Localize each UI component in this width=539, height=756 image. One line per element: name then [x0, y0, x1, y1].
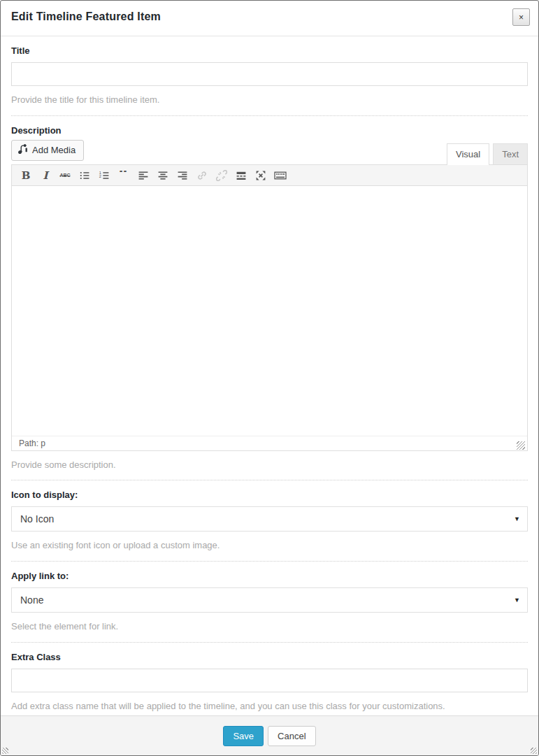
blockquote-icon[interactable]: “ [114, 166, 134, 184]
editor-mode-tabs: Visual Text [443, 143, 528, 164]
edit-timeline-featured-item-dialog: Edit Timeline Featured Item × Title Prov… [0, 0, 539, 756]
link-label: Apply link to: [11, 571, 528, 581]
dialog-title: Edit Timeline Featured Item [11, 10, 161, 22]
add-media-label: Add Media [32, 145, 76, 155]
title-label: Title [11, 45, 528, 56]
unlink-icon[interactable] [212, 166, 231, 184]
extra-class-help-text: Add extra class name that will be applie… [11, 701, 528, 711]
close-icon: × [519, 13, 524, 22]
tab-visual[interactable]: Visual [447, 143, 489, 165]
title-input[interactable] [11, 62, 528, 86]
toolbar-toggle-icon[interactable] [271, 166, 290, 184]
editor-statusbar: Path: p [12, 436, 527, 450]
cancel-button[interactable]: Cancel [268, 726, 315, 746]
svg-text:2: 2 [99, 174, 101, 178]
dialog-resize-grip-left[interactable] [2, 748, 8, 754]
title-help-text: Provide the title for this timeline item… [11, 94, 528, 105]
tab-text[interactable]: Text [493, 143, 528, 164]
fullscreen-icon[interactable] [251, 166, 271, 184]
media-note-icon [18, 144, 28, 156]
align-right-icon[interactable] [173, 166, 192, 184]
description-section: Description Add Media Visual [11, 116, 528, 480]
icon-select[interactable]: No Icon ▼ [11, 506, 528, 532]
link-select-value: None [20, 594, 43, 606]
editor-toolbar: B I ABC 1 2 [12, 165, 527, 186]
extra-class-input[interactable] [11, 669, 528, 692]
link-section: Apply link to: None ▼ Select the element… [11, 562, 528, 643]
strikethrough-icon[interactable]: ABC [55, 166, 75, 184]
align-center-icon[interactable] [153, 166, 173, 184]
link-select[interactable]: None ▼ [11, 587, 528, 613]
extra-class-section: Extra Class Add extra class name that wi… [11, 643, 528, 715]
extra-class-label: Extra Class [11, 652, 528, 662]
icon-help-text: Use an existing font icon or upload a cu… [11, 540, 528, 550]
add-media-button[interactable]: Add Media [11, 140, 84, 161]
visual-editor: B I ABC 1 2 [11, 164, 528, 451]
chevron-down-icon: ▼ [514, 597, 520, 604]
dialog-body: Title Provide the title for this timelin… [1, 36, 538, 715]
dialog-footer: Save Cancel [1, 715, 538, 755]
more-tag-icon[interactable] [231, 166, 251, 184]
numbered-list-icon[interactable]: 1 2 [94, 166, 114, 184]
dialog-resize-grip-right[interactable] [531, 748, 537, 754]
italic-icon[interactable]: I [36, 166, 55, 184]
bulleted-list-icon[interactable] [75, 166, 94, 184]
chevron-down-icon: ▼ [514, 515, 520, 522]
description-help-text: Provide some description. [11, 459, 528, 470]
save-button[interactable]: Save [223, 726, 264, 746]
description-label: Description [11, 125, 528, 136]
editor-path-status: Path: p [19, 438, 45, 448]
close-button[interactable]: × [512, 8, 530, 26]
bold-icon[interactable]: B [16, 166, 36, 184]
editor-resize-grip[interactable] [517, 441, 525, 450]
dialog-header: Edit Timeline Featured Item × [1, 1, 538, 36]
media-buttons-row: Add Media Visual Text [11, 140, 528, 164]
editor-content-area[interactable] [12, 186, 527, 436]
align-left-icon[interactable] [134, 166, 153, 184]
title-section: Title Provide the title for this timelin… [11, 36, 528, 116]
link-help-text: Select the element for link. [11, 621, 528, 632]
icon-section: Icon to display: No Icon ▼ Use an existi… [11, 480, 528, 562]
icon-label: Icon to display: [11, 490, 528, 500]
link-icon[interactable] [192, 166, 212, 184]
icon-select-value: No Icon [20, 513, 54, 525]
